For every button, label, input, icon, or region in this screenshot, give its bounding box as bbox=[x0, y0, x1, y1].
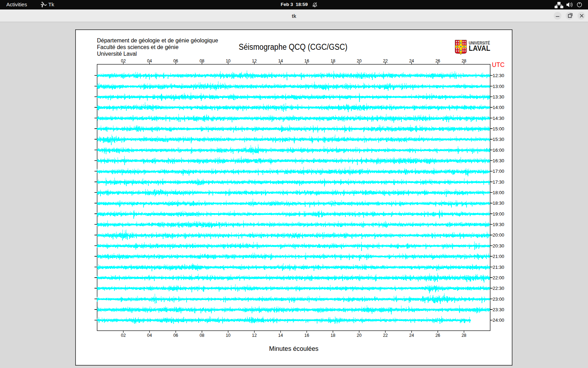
svg-text:02: 02 bbox=[121, 59, 126, 63]
svg-text:23:30: 23:30 bbox=[493, 307, 504, 312]
svg-text:13:30: 13:30 bbox=[493, 94, 504, 100]
svg-text:26: 26 bbox=[435, 333, 440, 338]
svg-text:18: 18 bbox=[330, 59, 335, 63]
svg-text:20:30: 20:30 bbox=[493, 243, 504, 248]
svg-text:19:00: 19:00 bbox=[493, 211, 504, 217]
svg-text:22: 22 bbox=[383, 333, 388, 338]
svg-text:12: 12 bbox=[252, 333, 257, 338]
svg-text:Minutes écoulées: Minutes écoulées bbox=[269, 345, 318, 352]
svg-text:Université Laval: Université Laval bbox=[97, 51, 137, 57]
svg-text:02: 02 bbox=[121, 333, 126, 338]
svg-text:23:00: 23:00 bbox=[493, 297, 504, 302]
svg-text:LAVAL: LAVAL bbox=[469, 44, 490, 53]
svg-text:Faculté des sciences et de gén: Faculté des sciences et de génie bbox=[97, 44, 178, 50]
svg-text:24:00: 24:00 bbox=[493, 318, 504, 323]
svg-text:08: 08 bbox=[200, 59, 204, 63]
svg-text:20:00: 20:00 bbox=[493, 232, 504, 238]
svg-text:10: 10 bbox=[226, 333, 231, 338]
svg-text:21:30: 21:30 bbox=[493, 265, 504, 270]
svg-text:18: 18 bbox=[330, 333, 335, 338]
svg-text:18:30: 18:30 bbox=[493, 200, 504, 206]
svg-text:17:30: 17:30 bbox=[493, 179, 504, 185]
svg-text:24: 24 bbox=[409, 59, 414, 63]
svg-text:17:00: 17:00 bbox=[493, 169, 504, 174]
svg-text:14: 14 bbox=[278, 59, 283, 63]
svg-text:06: 06 bbox=[173, 59, 178, 63]
svg-text:UTC: UTC bbox=[492, 61, 505, 68]
svg-text:22:00: 22:00 bbox=[493, 275, 504, 280]
svg-text:28: 28 bbox=[462, 333, 467, 338]
svg-text:16:30: 16:30 bbox=[493, 158, 504, 163]
svg-text:14: 14 bbox=[278, 333, 283, 338]
svg-text:04: 04 bbox=[147, 59, 152, 63]
svg-text:24: 24 bbox=[409, 333, 414, 338]
svg-text:Département de géologie et de: Département de géologie et de génie géol… bbox=[97, 38, 218, 43]
svg-text:15:30: 15:30 bbox=[493, 137, 504, 142]
svg-text:26: 26 bbox=[435, 59, 440, 63]
svg-text:04: 04 bbox=[147, 333, 152, 338]
svg-text:15:00: 15:00 bbox=[493, 126, 504, 131]
svg-text:10: 10 bbox=[226, 59, 231, 63]
svg-text:22: 22 bbox=[383, 59, 388, 63]
svg-text:13:00: 13:00 bbox=[493, 84, 504, 89]
svg-text:16: 16 bbox=[304, 333, 309, 338]
svg-text:20: 20 bbox=[357, 333, 362, 338]
svg-text:20: 20 bbox=[357, 59, 362, 63]
svg-text:14:00: 14:00 bbox=[493, 105, 504, 110]
svg-text:22:30: 22:30 bbox=[493, 286, 504, 291]
svg-text:21:00: 21:00 bbox=[493, 254, 504, 259]
svg-text:14:30: 14:30 bbox=[493, 116, 504, 121]
svg-text:12:30: 12:30 bbox=[493, 73, 504, 78]
svg-text:06: 06 bbox=[173, 333, 178, 338]
svg-text:18:00: 18:00 bbox=[493, 190, 504, 195]
svg-text:12: 12 bbox=[252, 59, 257, 63]
svg-text:16: 16 bbox=[304, 59, 309, 63]
svg-text:19:30: 19:30 bbox=[493, 222, 504, 227]
svg-text:Séismographe QCQ (CGC/GSC): Séismographe QCQ (CGC/GSC) bbox=[239, 42, 348, 52]
svg-text:16:00: 16:00 bbox=[493, 148, 504, 153]
svg-text:28: 28 bbox=[462, 59, 467, 63]
svg-text:08: 08 bbox=[200, 333, 204, 338]
